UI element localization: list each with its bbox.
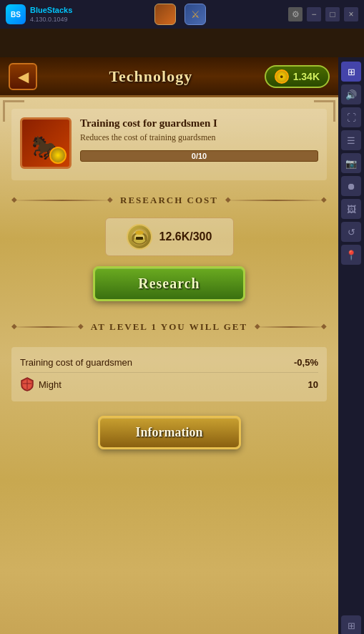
sidebar-rotate-button[interactable]: ↺	[341, 222, 361, 242]
progress-container: 0/10	[80, 150, 318, 162]
right-sidebar: ⊞ 🔊 ⛶ ☰ 📷 ⏺ 🖼 ↺ 📍 ⊞ ⊡	[338, 57, 364, 634]
svg-point-2	[135, 230, 144, 235]
tech-card: 🐎 Training cost for guardsmen I Reduces …	[11, 109, 327, 180]
level-divider-left	[11, 326, 84, 328]
progress-text: 0/10	[192, 152, 207, 160]
game-area: ◀ Technology ● 1.34K 🐎	[0, 57, 338, 634]
game-icon[interactable]: ⚔	[185, 4, 206, 25]
settings-button[interactable]: ⚙	[288, 7, 302, 21]
research-cost-label: Research Cost	[120, 195, 218, 206]
level-divider-right	[255, 326, 327, 328]
titlebar-middle: ⚔	[78, 4, 282, 25]
bs-version: 4.130.0.1049	[30, 16, 72, 23]
divider-line-left	[11, 200, 113, 201]
reward-might-with-icon: Might	[20, 377, 62, 391]
sidebar-fullscreen-button[interactable]: ⊞	[341, 62, 361, 82]
back-icon: ◀	[18, 68, 29, 85]
research-button[interactable]: Research	[93, 266, 245, 301]
sidebar-display-button[interactable]: ⛶	[341, 107, 361, 127]
reward-value-training: -0,5%	[294, 357, 318, 368]
minimize-button[interactable]: −	[307, 7, 321, 21]
home-icon[interactable]	[154, 4, 176, 25]
reward-name-might: Might	[39, 379, 62, 390]
corner-decoration-tr	[314, 100, 335, 122]
resource-display: 12.6K/300	[105, 218, 234, 256]
information-button[interactable]: Information	[98, 416, 241, 449]
page-title: Technology	[37, 67, 265, 86]
sidebar-media-button[interactable]: 🖼	[341, 199, 361, 219]
titlebar: BS BlueStacks 4.130.0.1049 ⚔ ⚙ − □ ×	[0, 0, 364, 29]
reward-row-training: Training cost of guardsmen -0,5%	[20, 353, 318, 372]
tech-name: Training cost for guardsmen I	[80, 117, 318, 130]
parchment-background: ◀ Technology ● 1.34K 🐎	[0, 57, 338, 634]
research-cost-section: 12.6K/300 Research	[11, 218, 327, 301]
resource-amount: 12.6K/300	[159, 230, 212, 243]
close-button[interactable]: ×	[344, 7, 358, 21]
tech-info: Training cost for guardsmen I Reduces th…	[80, 117, 318, 162]
reward-row-might: Might 10	[20, 372, 318, 396]
helmet-resource-icon	[127, 224, 152, 250]
sidebar-record-button[interactable]: ⏺	[341, 176, 361, 196]
back-button[interactable]: ◀	[9, 63, 37, 90]
restore-button[interactable]: □	[325, 7, 340, 21]
divider-line-right	[225, 200, 327, 201]
header: ◀ Technology ● 1.34K	[0, 57, 338, 97]
coins-amount: 1.34K	[293, 71, 320, 82]
level-label: At level 1 you will get	[91, 321, 247, 333]
window-controls: ⚙ − □ ×	[288, 7, 358, 21]
shield-icon	[20, 377, 34, 391]
sidebar-volume-button[interactable]: 🔊	[341, 84, 361, 104]
research-cost-divider: Research Cost	[11, 195, 327, 206]
sidebar-multi-button[interactable]: ⊞	[341, 615, 361, 634]
sidebar-menu-button[interactable]: ☰	[341, 130, 361, 150]
sidebar-location-button[interactable]: 📍	[341, 245, 361, 265]
reward-table: Training cost of guardsmen -0,5%	[11, 347, 327, 401]
coin-overlay-icon	[49, 147, 67, 164]
tech-description: Reduces the cost of training guardsmen	[80, 132, 318, 143]
tech-image: 🐎	[20, 117, 72, 169]
main-content: 🐎 Training cost for guardsmen I Reduces …	[0, 97, 338, 461]
bs-app-icon: BS	[6, 4, 26, 24]
bs-name: BlueStacks	[30, 6, 72, 15]
bluestacks-logo: BS BlueStacks 4.130.0.1049	[6, 4, 72, 24]
level-reward-divider: At level 1 you will get	[11, 321, 327, 333]
reward-value-might: 10	[308, 379, 318, 390]
coin-icon: ●	[275, 69, 289, 84]
svg-rect-1	[136, 237, 143, 240]
reward-name-training: Training cost of guardsmen	[20, 357, 132, 368]
sidebar-bottom: ⊞ ⊡	[341, 615, 361, 634]
coins-badge: ● 1.34K	[265, 65, 330, 88]
sidebar-camera-button[interactable]: 📷	[341, 153, 361, 173]
